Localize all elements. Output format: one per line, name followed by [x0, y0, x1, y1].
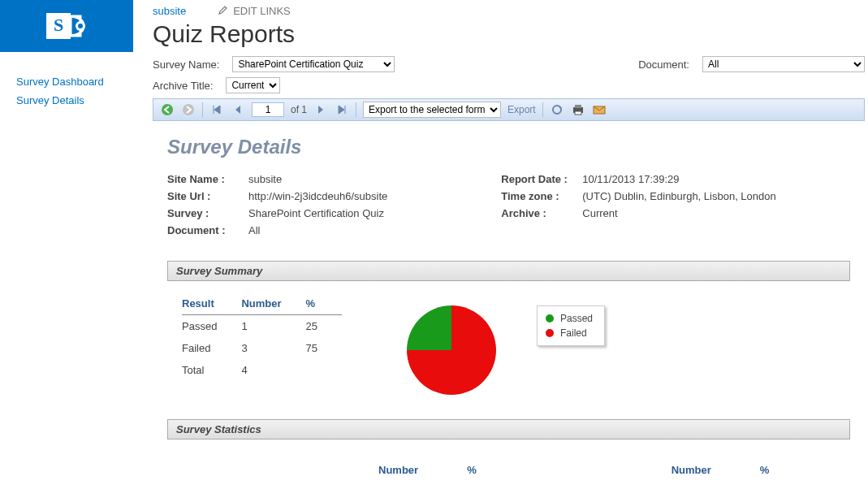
- meta-timezone-label: Time zone :: [501, 190, 582, 202]
- stats-col-pct-1: %: [467, 464, 477, 476]
- page-of-label: of 1: [291, 104, 307, 115]
- summary-table: Result Number % Passed 1 25 Failed: [182, 294, 342, 381]
- svg-rect-8: [575, 105, 581, 108]
- email-icon[interactable]: [592, 102, 607, 117]
- th-result: Result: [182, 294, 241, 315]
- svg-rect-9: [575, 111, 581, 115]
- meta-archive-label: Archive :: [501, 207, 582, 219]
- legend-label-passed: Passed: [560, 313, 593, 324]
- meta-site-url-value: http://win-2j3idcdeuh6/subsite: [248, 190, 387, 202]
- legend-label-failed: Failed: [560, 327, 587, 339]
- survey-statistics-header: Survey Statistics: [167, 419, 850, 440]
- meta-document-label: Document :: [167, 224, 248, 236]
- archive-title-select[interactable]: Current: [226, 77, 280, 93]
- svg-text:S: S: [54, 15, 63, 35]
- stats-col-number-2: Number: [672, 464, 711, 476]
- summary-pie-chart: [407, 305, 496, 395]
- meta-site-url-label: Site Url :: [167, 190, 248, 202]
- meta-survey-label: Survey :: [167, 207, 248, 219]
- report-toolbar: of 1 Export to the selected format Expor…: [153, 98, 865, 121]
- nav-back-icon[interactable]: [160, 102, 175, 117]
- th-percent: %: [306, 294, 342, 315]
- legend-item-passed: Passed: [546, 311, 593, 326]
- edit-links-label: EDIT LINKS: [233, 5, 291, 17]
- page-number-input[interactable]: [252, 102, 284, 117]
- report-title: Survey Details: [167, 136, 850, 158]
- table-row: Failed 3 75: [182, 337, 342, 359]
- chart-legend: Passed Failed: [537, 305, 605, 346]
- meta-site-name-value: subsite: [248, 173, 282, 185]
- page-next-icon[interactable]: [313, 102, 328, 117]
- th-number: Number: [241, 294, 305, 315]
- edit-links-button[interactable]: EDIT LINKS: [218, 5, 291, 17]
- sharepoint-logo[interactable]: S: [0, 0, 133, 52]
- export-format-select[interactable]: Export to the selected format: [363, 102, 501, 118]
- export-link[interactable]: Export: [507, 104, 536, 115]
- page-first-icon[interactable]: [209, 102, 224, 117]
- svg-point-3: [78, 24, 83, 28]
- print-icon[interactable]: [571, 102, 585, 117]
- subsite-link[interactable]: subsite: [153, 5, 186, 17]
- legend-swatch-passed: [546, 314, 554, 323]
- survey-name-label: Survey Name:: [153, 58, 219, 71]
- table-row: Passed 1 25: [182, 315, 342, 338]
- meta-report-date-label: Report Date :: [501, 173, 582, 185]
- meta-survey-value: SharePoint Certification Quiz: [248, 207, 384, 219]
- legend-swatch-failed: [546, 329, 554, 337]
- survey-summary-header: Survey Summary: [167, 261, 850, 281]
- nav-survey-dashboard[interactable]: Survey Dashboard: [16, 72, 127, 91]
- document-select[interactable]: All: [702, 56, 865, 72]
- table-row: Total 4: [182, 359, 342, 381]
- meta-document-value: All: [248, 224, 260, 236]
- legend-item-failed: Failed: [546, 326, 593, 340]
- nav-forward-icon[interactable]: [181, 102, 196, 117]
- left-navigation: Survey Dashboard Survey Details: [0, 56, 133, 485]
- meta-site-name-label: Site Name :: [167, 173, 248, 185]
- page-prev-icon[interactable]: [231, 102, 245, 117]
- page-last-icon[interactable]: [335, 102, 349, 117]
- meta-archive-value: Current: [582, 207, 617, 219]
- stats-col-pct-2: %: [760, 464, 770, 476]
- pencil-icon: [218, 5, 228, 17]
- meta-report-date-value: 10/11/2013 17:39:29: [582, 173, 679, 185]
- meta-timezone-value: (UTC) Dublin, Edinburgh, Lisbon, London: [582, 190, 775, 202]
- nav-survey-details[interactable]: Survey Details: [16, 91, 127, 110]
- archive-title-label: Archive Title:: [153, 80, 213, 92]
- survey-name-select[interactable]: SharePoint Certification Quiz: [232, 56, 395, 72]
- svg-point-4: [162, 104, 173, 115]
- page-title: Quiz Reports: [153, 20, 295, 48]
- document-label: Document:: [638, 58, 689, 71]
- stats-col-number-1: Number: [378, 464, 418, 476]
- svg-point-5: [183, 104, 194, 115]
- refresh-icon[interactable]: [550, 102, 564, 117]
